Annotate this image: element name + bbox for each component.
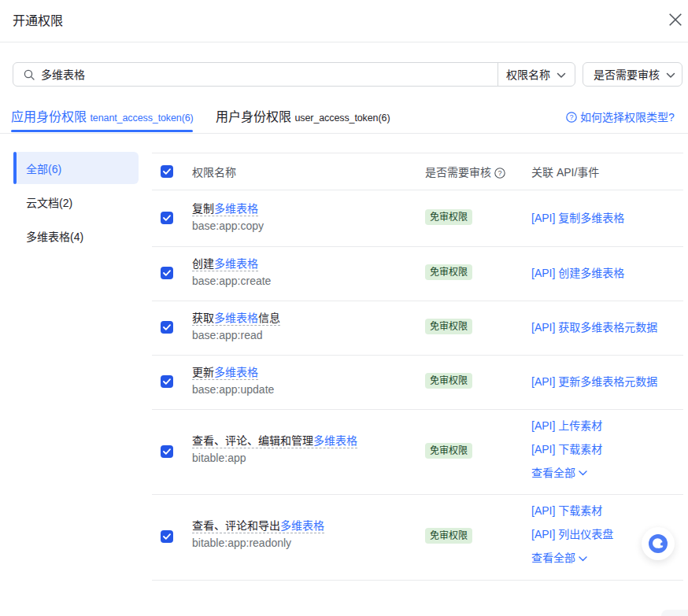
svg-text:?: ? bbox=[569, 113, 573, 121]
svg-text:?: ? bbox=[498, 169, 501, 177]
